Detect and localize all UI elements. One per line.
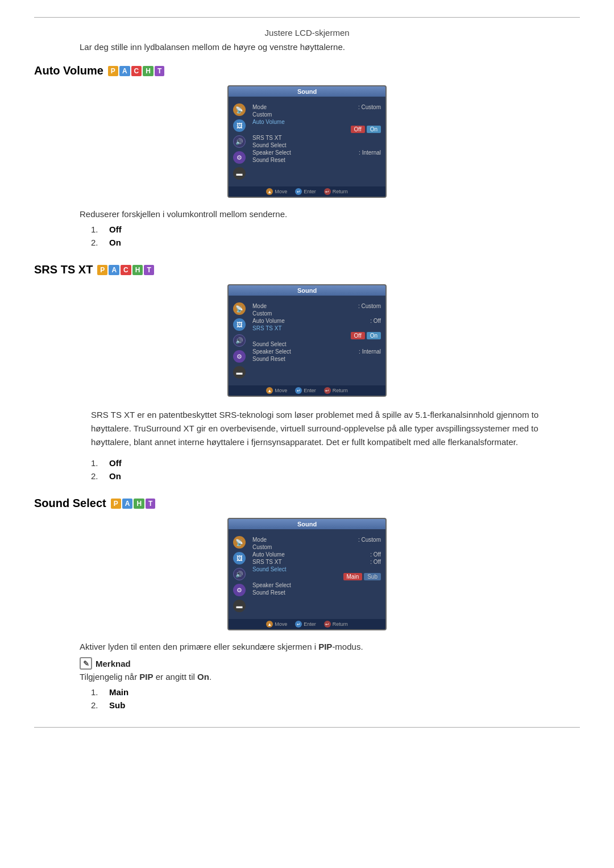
list-item: 1. Off (91, 225, 580, 234)
badge-T-ss: T (146, 499, 155, 509)
badge-A-ss: A (122, 499, 133, 509)
osd-srs-auto-volume: Auto Volume : Off (252, 317, 381, 325)
osd-wrapper-auto-volume: Sound 📡 🖼 🔊 ⚙ ▬ Mode : Custom (34, 85, 580, 198)
osd-title-srs: Sound (229, 285, 385, 296)
osd-icon-input-ss: ▬ (233, 600, 246, 612)
osd-icon-antenna-ss: 📡 (233, 536, 246, 549)
osd-icon-antenna-srs: 📡 (233, 302, 246, 315)
badge-P-auto-volume: P (108, 66, 118, 76)
osd-srs-custom: Custom (252, 310, 381, 317)
osd-footer-return: ↩ Return (324, 188, 348, 195)
osd-screen-srs: Sound 📡 🖼 🔊 ⚙ ▬ Mode : Custom (227, 284, 387, 397)
osd-icons-srs: 📡 🖼 🔊 ⚙ ▬ (229, 300, 250, 381)
options-auto-volume: 1. Off 2. On (91, 225, 580, 247)
osd-footer-move: ▲ Move (266, 188, 287, 195)
section-auto-volume: Auto Volume P A C H T Sound 📡 🖼 🔊 ⚙ ▬ (34, 64, 580, 247)
osd-footer-ss: ▲ Move ↵ Enter ↩ Return (229, 619, 385, 629)
options-sound-select: 1. Main 2. Sub (91, 687, 580, 710)
badge-P-ss: P (111, 499, 121, 509)
osd-icon-input: ▬ (233, 167, 246, 180)
badge-C-auto-volume: C (131, 66, 142, 76)
move-icon: ▲ (266, 188, 273, 195)
osd-icon-input-srs: ▬ (233, 366, 246, 379)
osd-footer-auto-volume: ▲ Move ↵ Enter ↩ Return (229, 186, 385, 197)
options-srs: 1. Off 2. On (91, 458, 580, 481)
list-item: 2. On (91, 471, 580, 481)
note-icon: ✎ (80, 657, 92, 670)
osd-footer-move-ss: ▲ Move (266, 621, 287, 628)
osd-val-off-auto: Off (351, 126, 365, 133)
osd-body-auto-volume: 📡 🖼 🔊 ⚙ ▬ Mode : Custom Custom (229, 97, 385, 186)
osd-ss-speaker-select: Speaker Select (252, 582, 381, 589)
osd-val-off-srs: Off (351, 332, 365, 339)
badge-container-auto-volume: P A C H T (108, 66, 164, 76)
osd-body-sound-select: 📡 🖼 🔊 ⚙ ▬ Mode : Custom Custom (229, 529, 385, 619)
section-title-auto-volume: Auto Volume (34, 64, 103, 77)
osd-icon-setup-ss: ⚙ (233, 584, 246, 596)
note-heading: ✎ Merknad (80, 657, 580, 670)
osd-item-speaker-select: Speaker Select : Internal (252, 149, 381, 156)
badge-P-srs: P (97, 265, 107, 275)
section-heading-sound-select: Sound Select P A H T (34, 497, 580, 510)
osd-ss-mode: Mode : Custom (252, 536, 381, 543)
osd-ss-sound-reset: Sound Reset (252, 589, 381, 596)
osd-icon-picture-srs: 🖼 (233, 318, 246, 331)
enter-icon-ss: ↵ (295, 621, 302, 628)
move-icon-ss: ▲ (266, 621, 273, 628)
osd-icon-sound-ss: 🔊 (233, 568, 246, 580)
osd-icon-sound-srs: 🔊 (233, 334, 246, 347)
list-item: 2. On (91, 238, 580, 247)
badge-T-auto-volume: T (155, 66, 164, 76)
osd-ss-auto-volume: Auto Volume : Off (252, 551, 381, 558)
badge-container-sound-select: P A H T (111, 499, 156, 509)
osd-val-main-ss: Main (343, 573, 363, 580)
osd-footer-enter-ss: ↵ Enter (295, 621, 316, 628)
list-item: 2. Sub (91, 700, 580, 710)
list-item: 1. Main (91, 687, 580, 697)
osd-item-srs: SRS TS XT (252, 134, 381, 142)
top-rule (34, 17, 580, 18)
osd-footer-return-ss: ↩ Return (324, 621, 348, 628)
osd-ss-highlighted: Sound Select (252, 566, 381, 573)
osd-menu-auto-volume: Mode : Custom Custom Auto Volume Off On (250, 101, 385, 182)
badge-H-ss: H (134, 499, 144, 509)
badge-C-srs: C (121, 265, 131, 275)
enter-icon-srs: ↵ (295, 387, 302, 394)
osd-item-mode: Mode : Custom (252, 103, 381, 111)
osd-icon-antenna: 📡 (233, 103, 246, 116)
osd-srs-mode: Mode : Custom (252, 302, 381, 310)
section-title-sound-select: Sound Select (34, 497, 106, 510)
osd-item-sound-select: Sound Select (252, 142, 381, 149)
enter-icon: ↵ (295, 188, 302, 195)
return-icon: ↩ (324, 188, 331, 195)
osd-val-on-srs: On (367, 332, 381, 339)
osd-val-on-auto: On (367, 126, 381, 133)
intro-text: Lar deg stille inn lydbalansen mellom de… (80, 42, 580, 52)
list-item: 1. Off (91, 458, 580, 468)
osd-title-sound-select: Sound (229, 519, 385, 529)
osd-footer-enter-srs: ↵ Enter (295, 387, 316, 394)
badge-H-auto-volume: H (143, 66, 154, 76)
osd-wrapper-sound-select: Sound 📡 🖼 🔊 ⚙ ▬ Mode : Custom (34, 518, 580, 630)
badge-A-srs: A (109, 265, 119, 275)
move-icon-srs: ▲ (266, 387, 273, 394)
page-container: Justere LCD-skjermen Lar deg stille inn … (0, 0, 614, 750)
section-title-srs: SRS TS XT (34, 263, 93, 276)
section-heading-srs: SRS TS XT P A C H T (34, 263, 580, 276)
return-icon-ss: ↩ (324, 621, 331, 628)
osd-ss-srs: SRS TS XT : Off (252, 558, 381, 566)
osd-footer-move-srs: ▲ Move (266, 387, 287, 394)
section-heading-auto-volume: Auto Volume P A C H T (34, 64, 580, 77)
osd-title-auto-volume: Sound (229, 86, 385, 97)
osd-srs-sound-select: Sound Select (252, 340, 381, 348)
osd-screen-sound-select: Sound 📡 🖼 🔊 ⚙ ▬ Mode : Custom (227, 518, 387, 630)
osd-menu-ss: Mode : Custom Custom Auto Volume : Off S… (250, 534, 385, 614)
osd-srs-highlighted: SRS TS XT (252, 325, 381, 332)
osd-body-srs: 📡 🖼 🔊 ⚙ ▬ Mode : Custom Custom (229, 296, 385, 385)
osd-icons-ss: 📡 🖼 🔊 ⚙ ▬ (229, 534, 250, 614)
osd-icon-setup-srs: ⚙ (233, 350, 246, 363)
desc-auto-volume: Reduserer forskjellen i volumkontroll me… (80, 209, 580, 219)
osd-srs-speaker-select: Speaker Select : Internal (252, 348, 381, 355)
note-text: Tilgjengelig når PIP er angitt til On. (80, 672, 580, 682)
osd-icon-picture: 🖼 (233, 119, 246, 132)
